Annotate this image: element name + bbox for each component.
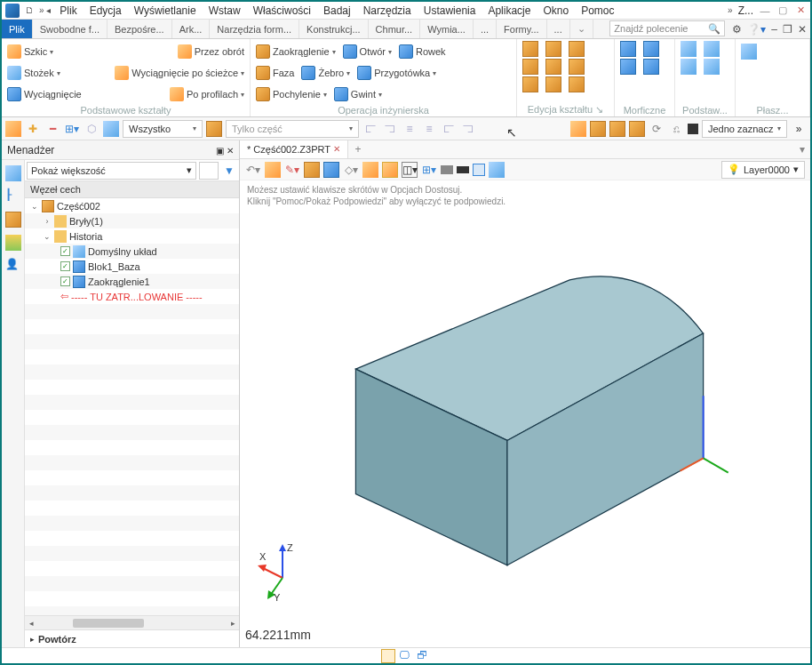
help-icon[interactable]: ❔▾ bbox=[747, 23, 766, 36]
tree-feat3[interactable]: Zaokrąglenie1 bbox=[88, 276, 150, 287]
menu-wlasciwosci[interactable]: Właściwości bbox=[250, 4, 314, 18]
ct-undo-icon[interactable]: ↶▾ bbox=[245, 162, 261, 178]
ct-i4-icon[interactable] bbox=[323, 162, 339, 178]
qb-align4-icon[interactable]: ≡ bbox=[421, 121, 437, 137]
qb-scope-icon[interactable] bbox=[206, 121, 222, 137]
close-icon[interactable]: ✕ bbox=[794, 4, 807, 17]
tree-search-field[interactable] bbox=[199, 162, 219, 180]
rb-edit7[interactable] bbox=[522, 76, 538, 92]
tree-part[interactable]: Część002 bbox=[57, 201, 100, 212]
rb-base3[interactable] bbox=[681, 59, 697, 75]
menu-narzedzia[interactable]: Narzędzia bbox=[360, 4, 415, 18]
tab-plik[interactable]: Plik bbox=[2, 20, 33, 38]
tree-solids[interactable]: Bryły(1) bbox=[69, 216, 103, 227]
sb-i1-icon[interactable] bbox=[381, 649, 395, 663]
tab-more1[interactable]: ... bbox=[474, 20, 497, 38]
cb-feat3[interactable]: ✓ bbox=[60, 276, 70, 286]
side-tab-2-icon[interactable]: ┠ bbox=[5, 188, 21, 204]
select-mode-combo[interactable]: Jedno zaznacz▾ bbox=[702, 120, 787, 138]
side-tab-4-icon[interactable] bbox=[5, 235, 21, 251]
doc-tabs-menu-icon[interactable]: ▾ bbox=[794, 143, 810, 156]
minimize-icon[interactable]: — bbox=[759, 4, 771, 17]
qb-i6-icon[interactable]: ⎌ bbox=[668, 121, 684, 137]
qb-align6-icon[interactable]: ⫎ bbox=[460, 121, 476, 137]
rb-edit6[interactable] bbox=[569, 59, 585, 75]
ct-i3-icon[interactable] bbox=[304, 162, 320, 178]
tab-bezposre[interactable]: Bezpośre... bbox=[107, 20, 172, 38]
qb-i7-icon[interactable] bbox=[688, 124, 698, 134]
rb-prep[interactable]: Przygotówka▾ bbox=[357, 66, 436, 80]
rb-chamfer[interactable]: Faza bbox=[256, 66, 294, 80]
repeat-exp-icon[interactable]: ▸ bbox=[30, 635, 35, 644]
ct-i2-icon[interactable]: ✎▾ bbox=[284, 162, 300, 178]
rb-edit5[interactable] bbox=[545, 59, 561, 75]
menu-edycja[interactable]: Edycja bbox=[86, 4, 125, 18]
scroll-thumb[interactable] bbox=[73, 619, 144, 628]
rb-rib[interactable]: Żebro▾ bbox=[301, 66, 350, 80]
qat-new-icon[interactable]: 🗋 bbox=[25, 5, 34, 15]
doc-add-tab[interactable]: + bbox=[348, 143, 368, 156]
model-3d[interactable] bbox=[240, 180, 810, 647]
rb-revolve[interactable]: Przez obrót bbox=[178, 44, 244, 59]
ct-i9-icon[interactable]: ⊞▾ bbox=[421, 162, 437, 178]
qb-i2-icon[interactable] bbox=[590, 121, 606, 137]
layer-combo[interactable]: 💡 Layer0000 ▾ bbox=[721, 161, 805, 179]
rb-morph1[interactable] bbox=[620, 41, 636, 57]
rb-sweep[interactable]: Wyciągnięcie po ścieżce▾ bbox=[115, 66, 244, 80]
qb-cube-icon[interactable] bbox=[103, 121, 119, 137]
tree-pointer[interactable]: ----- TU ZATR...LOWANIE ----- bbox=[71, 292, 203, 302]
ct-i7-icon[interactable] bbox=[382, 162, 398, 178]
ct-i11-icon[interactable] bbox=[457, 166, 469, 173]
rb-edit2[interactable] bbox=[545, 41, 561, 57]
rb-morph3[interactable] bbox=[620, 59, 636, 75]
rb-base4[interactable] bbox=[704, 59, 720, 75]
tree-filter-icon[interactable]: ▼ bbox=[219, 162, 239, 180]
sb-i2-icon[interactable]: 🖵 bbox=[399, 649, 413, 663]
rb-edit4[interactable] bbox=[522, 59, 538, 75]
qb-i3-icon[interactable] bbox=[609, 121, 625, 137]
exp-solids[interactable]: › bbox=[43, 217, 52, 226]
cb-feat1[interactable]: ✓ bbox=[60, 246, 70, 256]
ct-i1-icon[interactable] bbox=[265, 162, 281, 178]
qb-minus-icon[interactable]: ━ bbox=[44, 121, 60, 137]
rb-base2[interactable] bbox=[704, 41, 720, 57]
settings-icon[interactable]: ⚙ bbox=[732, 23, 742, 36]
rb-edit3[interactable] bbox=[569, 41, 585, 57]
rb-extrude[interactable]: Wyciągnięcie bbox=[7, 87, 82, 101]
sb-i3-icon[interactable]: 🗗 bbox=[417, 649, 431, 663]
qb-i1-icon[interactable] bbox=[570, 121, 586, 137]
ct-i8-icon[interactable]: ◫▾ bbox=[402, 162, 418, 178]
rb-edit9[interactable] bbox=[569, 76, 585, 92]
cb-feat2[interactable]: ✓ bbox=[60, 261, 70, 271]
show-combo[interactable]: Pokaż większość▾ bbox=[27, 162, 196, 180]
qb-dash-icon[interactable]: ⊞▾ bbox=[64, 121, 80, 137]
menu-pomoc[interactable]: Pomoc bbox=[577, 4, 617, 18]
side-tab-5-icon[interactable]: 👤 bbox=[5, 258, 21, 274]
qb-align1-icon[interactable]: ⫍ bbox=[362, 121, 378, 137]
doc-tab-active[interactable]: * Część002.Z3PRT ✕ bbox=[240, 140, 348, 158]
qb-plus-icon[interactable]: ✚ bbox=[25, 121, 41, 137]
mdi-close-icon[interactable]: ✕ bbox=[798, 23, 807, 36]
qb-align5-icon[interactable]: ⫍ bbox=[441, 121, 457, 137]
side-tab-1-icon[interactable] bbox=[5, 165, 21, 181]
scroll-right-icon[interactable]: ▸ bbox=[227, 619, 239, 628]
qb-hex-icon[interactable]: ⬡ bbox=[84, 121, 100, 137]
exp-part[interactable]: ⌄ bbox=[30, 202, 39, 211]
manager-pin-icon[interactable]: ▣ bbox=[216, 146, 227, 156]
menu-ustawienia[interactable]: Ustawienia bbox=[420, 4, 480, 18]
rb-plane1[interactable] bbox=[741, 44, 757, 60]
viewport-canvas[interactable]: Możesz ustawić klawisze skrótów w Opcjac… bbox=[240, 180, 810, 647]
menu-badaj[interactable]: Badaj bbox=[320, 4, 354, 18]
rb-loft[interactable]: Po profilach▾ bbox=[170, 87, 244, 101]
view-triad[interactable]: Z X Y bbox=[258, 541, 320, 603]
rb-fillet[interactable]: Zaokrąglenie▾ bbox=[256, 44, 336, 59]
rb-sketch[interactable]: Szkic▾ bbox=[7, 44, 53, 59]
qb-cursor-icon[interactable] bbox=[5, 121, 21, 137]
ct-i6-icon[interactable] bbox=[362, 162, 378, 178]
rb-edit8[interactable] bbox=[545, 76, 561, 92]
tab-konstrukcj[interactable]: Konstrukcj... bbox=[299, 20, 369, 38]
maximize-icon[interactable]: ▢ bbox=[776, 4, 789, 17]
menu-okno[interactable]: Okno bbox=[539, 4, 572, 18]
filter-combo[interactable]: Wszystko▾ bbox=[123, 120, 203, 138]
ct-i5-icon[interactable]: ◇▾ bbox=[343, 162, 359, 178]
